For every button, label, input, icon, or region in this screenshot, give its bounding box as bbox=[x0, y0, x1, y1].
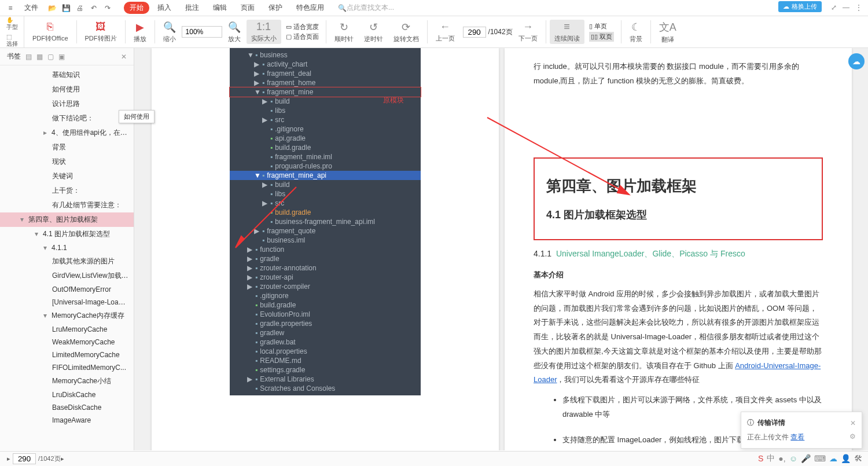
bookmark-item[interactable]: FIFOLimitedMemoryC... bbox=[0, 361, 134, 374]
close-popup-icon[interactable]: ✕ bbox=[850, 419, 856, 427]
zoom-out-icon: 🔍 bbox=[163, 21, 176, 34]
bookmark-item[interactable]: 设计思路 bbox=[0, 97, 134, 111]
page-caption: 理想实现了 bbox=[152, 448, 241, 450]
close-panel-icon[interactable]: ✕ bbox=[121, 53, 127, 61]
bookmark-item[interactable]: 加载其他来源的图片 bbox=[0, 254, 134, 269]
pdf-to-image[interactable]: 🖼PDF转图片 bbox=[80, 20, 122, 44]
tray-mic-icon[interactable]: 🎤 bbox=[801, 454, 811, 463]
tab-page[interactable]: 页面 bbox=[235, 2, 260, 14]
continuous-read[interactable]: ≡连续阅读 bbox=[550, 20, 584, 44]
rotate-doc[interactable]: ⟳旋转文档 bbox=[389, 20, 424, 45]
save-icon[interactable]: 💾 bbox=[60, 2, 72, 14]
redo-icon[interactable]: ↷ bbox=[102, 2, 113, 14]
menu-icon[interactable]: ≡ bbox=[5, 2, 16, 14]
bookmark-item[interactable]: LruMemoryCache bbox=[0, 323, 134, 336]
ide-row: ▪ settings.gradle bbox=[230, 365, 421, 375]
bookmark-item[interactable]: ▸4、使用组件api化，在模块... bbox=[0, 126, 134, 140]
search-box[interactable]: 🔍 点此查找文本... bbox=[338, 3, 394, 13]
bookmark-tool-icon[interactable]: ▤ bbox=[25, 53, 32, 61]
bookmark-item[interactable]: 基础知识 bbox=[0, 68, 134, 82]
bookmark-item[interactable]: LimitedMemoryCache bbox=[0, 348, 134, 361]
tray-ime-icon[interactable]: 中 bbox=[767, 453, 775, 464]
page-number-input[interactable] bbox=[463, 27, 486, 38]
actual-size[interactable]: 1:1实际大小 bbox=[247, 20, 281, 44]
zoom-out[interactable]: 🔍缩小 bbox=[159, 20, 181, 45]
minimize-icon[interactable]: — bbox=[843, 3, 849, 12]
ide-row: ▪ build.gradle bbox=[230, 143, 421, 152]
info-icon: ⓘ bbox=[747, 418, 754, 428]
bookmark-item[interactable]: WeakMemoryCache bbox=[0, 336, 134, 348]
document-viewer[interactable]: ▼▪ business▶▪ activity_chart▶▪ fragment_… bbox=[134, 48, 868, 450]
bookmark-item[interactable]: LruDiskCache bbox=[0, 388, 134, 401]
tray-person-icon[interactable]: 👤 bbox=[841, 454, 851, 463]
next-page-icon: → bbox=[523, 21, 533, 33]
zoom-in[interactable]: 🔍放大 bbox=[223, 20, 245, 45]
single-page[interactable]: ▯ 单页 bbox=[589, 22, 614, 31]
bookmark-item[interactable]: MemoryCache小结 bbox=[0, 374, 134, 388]
bookmark-item[interactable]: GirdView,ListView加载图片 bbox=[0, 269, 134, 283]
status-nav-next[interactable]: ▸ bbox=[61, 455, 64, 463]
bookmark-item[interactable]: BaseDiskCache bbox=[0, 401, 134, 414]
tab-protect[interactable]: 保护 bbox=[263, 2, 288, 14]
ide-row: ▶▪ activity_chart bbox=[230, 60, 421, 69]
bookmark-item[interactable]: 背景 bbox=[0, 140, 134, 155]
transfer-view-link[interactable]: 查看 bbox=[790, 433, 804, 441]
gear-icon[interactable]: ⚙ bbox=[849, 432, 856, 441]
tab-annotate[interactable]: 批注 bbox=[179, 2, 205, 14]
background-icon: ☾ bbox=[631, 21, 641, 34]
tab-insert[interactable]: 插入 bbox=[152, 2, 177, 14]
bookmark-item[interactable]: 关键词 bbox=[0, 169, 134, 184]
status-page-input[interactable] bbox=[13, 453, 36, 464]
tray-punct-icon[interactable]: ●, bbox=[778, 454, 785, 463]
prev-page[interactable]: ←上一页 bbox=[431, 20, 459, 44]
undo-icon[interactable]: ↶ bbox=[88, 2, 100, 14]
bookmark-item[interactable]: 做下结论吧： bbox=[0, 111, 134, 126]
tray-smile-icon[interactable]: ☺ bbox=[789, 454, 797, 463]
play-button[interactable]: ▶播放 bbox=[129, 20, 151, 45]
cloud-float-icon[interactable]: ☁ bbox=[848, 53, 865, 69]
bookmark-item[interactable]: ▾4.1.1 bbox=[0, 241, 134, 254]
tray-keyboard-icon[interactable]: ⌨ bbox=[814, 454, 826, 463]
bookmark-item[interactable]: 有几处细节需要注意： bbox=[0, 198, 134, 212]
section-num: 4.1.1 bbox=[534, 249, 551, 258]
bookmark-item[interactable]: ImageAware bbox=[0, 414, 134, 427]
tab-start[interactable]: 开始 bbox=[124, 2, 149, 14]
bookmark-tool-icon4[interactable]: ▣ bbox=[58, 53, 65, 61]
tab-special[interactable]: 特色应用 bbox=[290, 2, 330, 14]
tray-tools-icon[interactable]: 🛠 bbox=[854, 454, 862, 463]
bookmark-item[interactable]: 如何使用 bbox=[0, 82, 134, 97]
bookmark-item[interactable]: 现状 bbox=[0, 155, 134, 169]
bookmark-item[interactable]: 上干货： bbox=[0, 184, 134, 198]
hand-tool[interactable]: ✋手型 bbox=[6, 17, 18, 31]
zoom-input[interactable] bbox=[182, 26, 222, 38]
print-icon[interactable]: 🖨 bbox=[74, 2, 86, 14]
status-nav-icon[interactable]: ▸ bbox=[7, 455, 10, 463]
fit-page[interactable]: ▢ 适合页面 bbox=[286, 32, 319, 41]
bookmark-tool-icon2[interactable]: ▦ bbox=[36, 53, 43, 61]
rotate-ccw[interactable]: ↺逆时针 bbox=[359, 20, 388, 45]
tab-edit[interactable]: 编辑 bbox=[207, 2, 233, 14]
next-page[interactable]: →下一页 bbox=[514, 20, 542, 44]
bookmark-item[interactable]: ▾4.1 图片加载框架选型 bbox=[0, 227, 134, 241]
bookmark-item[interactable]: [Universal-Image-Loader... bbox=[0, 296, 134, 309]
svg-marker-1 bbox=[236, 236, 244, 248]
bookmark-item[interactable]: ▾第四章、图片加载框架 bbox=[0, 212, 134, 227]
rotate-cw[interactable]: ↻顺时针 bbox=[330, 20, 358, 45]
open-icon[interactable]: 📂 bbox=[46, 2, 58, 14]
double-page[interactable]: ▯▯ 双页 bbox=[589, 32, 614, 42]
menu-file[interactable]: 文件 bbox=[19, 2, 44, 14]
bookmark-tool-icon3[interactable]: ▢ bbox=[47, 53, 54, 61]
pdf-to-office[interactable]: ⎘PDF转Office bbox=[28, 20, 73, 44]
bookmark-item[interactable]: ▾MemoryCache内存缓存 bbox=[0, 309, 134, 323]
expand-icon[interactable]: ⤢ bbox=[831, 3, 837, 12]
tray-sogou-icon[interactable]: S bbox=[758, 454, 763, 463]
background[interactable]: ☾背景 bbox=[625, 20, 647, 45]
fit-width[interactable]: ▭ 适合宽度 bbox=[286, 23, 319, 31]
bookmark-item[interactable]: OutOfMemoryError bbox=[0, 283, 134, 296]
select-tool[interactable]: ⬚选择 bbox=[6, 34, 18, 48]
translate[interactable]: 文A翻译 bbox=[654, 19, 681, 45]
bookmark-tree[interactable]: 基础知识如何使用设计思路做下结论吧：▸4、使用组件api化，在模块...背景现状… bbox=[0, 65, 134, 450]
tray-cloud-icon[interactable]: ☁ bbox=[829, 454, 837, 463]
more-icon[interactable]: ⋮ bbox=[855, 3, 862, 12]
cloud-upload-badge[interactable]: ☁格换上传 bbox=[778, 1, 822, 12]
